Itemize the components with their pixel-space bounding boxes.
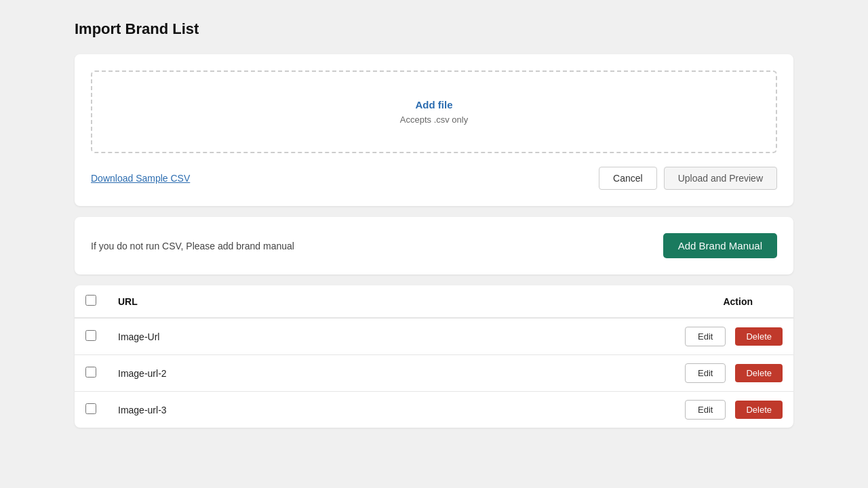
drop-zone[interactable]: Add file Accepts .csv only [91,70,777,153]
table-card: URL Action Image-Url Edit Delete Image-u… [75,285,793,428]
table-row: Image-url-2 Edit Delete [75,355,793,392]
edit-button-1[interactable]: Edit [685,363,726,383]
accepts-text: Accepts .csv only [106,115,762,125]
row-action-cell: Edit Delete [361,318,793,355]
row-action-cell: Edit Delete [361,355,793,392]
row-action-cell: Edit Delete [361,392,793,428]
manual-description: If you do not run CSV, Please add brand … [91,241,294,251]
row-checkbox-2[interactable] [85,403,96,414]
select-all-header [75,285,107,318]
page-container: Import Brand List Add file Accepts .csv … [0,0,868,459]
row-url-cell: Image-url-3 [107,392,361,428]
select-all-checkbox[interactable] [85,295,96,306]
row-checkbox-cell [75,355,107,392]
upload-footer: Download Sample CSV Cancel Upload and Pr… [91,167,777,190]
upload-preview-button[interactable]: Upload and Preview [664,167,777,190]
upload-action-buttons: Cancel Upload and Preview [599,167,777,190]
delete-button-0[interactable]: Delete [735,327,783,346]
add-brand-manual-button[interactable]: Add Brand Manual [663,233,777,258]
add-file-link[interactable]: Add file [416,99,453,110]
row-url-cell: Image-url-2 [107,355,361,392]
table-row: Image-Url Edit Delete [75,318,793,355]
row-checkbox-cell [75,392,107,428]
row-checkbox-cell [75,318,107,355]
row-url-cell: Image-Url [107,318,361,355]
delete-button-2[interactable]: Delete [735,401,783,419]
table-header-row: URL Action [75,285,793,318]
url-column-header: URL [107,285,361,318]
edit-button-2[interactable]: Edit [685,400,726,420]
edit-button-0[interactable]: Edit [685,327,726,346]
upload-card: Add file Accepts .csv only Download Samp… [75,54,793,206]
cancel-button[interactable]: Cancel [599,167,657,190]
download-sample-csv-link[interactable]: Download Sample CSV [91,173,190,184]
row-checkbox-1[interactable] [85,367,96,378]
brand-table: URL Action Image-Url Edit Delete Image-u… [75,285,793,428]
table-row: Image-url-3 Edit Delete [75,392,793,428]
page-title: Import Brand List [75,20,793,38]
delete-button-1[interactable]: Delete [735,364,783,382]
action-column-header: Action [361,285,793,318]
table-body: Image-Url Edit Delete Image-url-2 Edit D… [75,318,793,428]
row-checkbox-0[interactable] [85,330,96,341]
manual-card: If you do not run CSV, Please add brand … [75,217,793,274]
